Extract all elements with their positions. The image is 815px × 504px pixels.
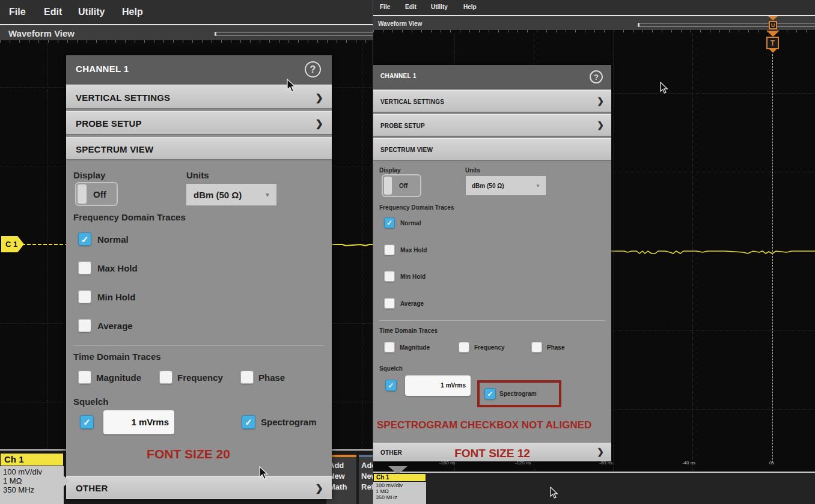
menu-help[interactable]: Help [463,4,477,10]
top-tick-strip [373,30,815,32]
channel-badge-name: Ch 1 [0,453,64,466]
normal-checkbox[interactable]: ✓ [78,232,91,246]
comparison-screenshot: File Edit Utility Help Waveform View C 1… [0,0,815,504]
display-label: Display [379,167,401,174]
squelch-checkbox[interactable]: ✓ [80,415,94,429]
spectrum-view-label: SPECTRUM VIEW [76,144,153,154]
frequency-checkbox[interactable] [459,342,469,353]
time-domain-traces-label: Time Domain Traces [73,351,161,362]
average-checkbox[interactable] [78,319,91,332]
check-icon: ✓ [83,417,91,427]
vertical-settings-row[interactable]: VERTICAL SETTINGS ❯ [373,90,611,113]
average-label: Average [97,321,133,331]
help-icon[interactable]: ? [590,70,603,83]
magnitude-checkbox[interactable] [78,371,91,384]
menu-utility[interactable]: Utility [78,7,105,17]
help-icon[interactable]: ? [305,61,321,77]
units-dropdown[interactable]: dBm (50 Ω) ▼ [465,175,546,196]
max-hold-checkbox[interactable] [384,244,395,255]
right-screenshot: File Edit Utility Help Waveform View U T [373,0,815,504]
channel1-waveform [608,244,815,258]
display-toggle[interactable]: Off [75,182,118,206]
channel-badge-name: Ch 1 [373,473,426,482]
phase-label: Phase [547,344,564,351]
zoom-ruler[interactable] [215,32,376,36]
other-row[interactable]: OTHER ❯ FONT SIZE 12 [373,443,611,461]
magnitude-label: Magnitude [96,372,141,383]
menu-file[interactable]: File [9,7,26,17]
check-icon: ✓ [386,219,392,226]
min-hold-label: Min Hold [400,273,426,280]
squelch-checkbox[interactable]: ✓ [385,380,397,391]
phase-checkbox[interactable] [240,371,254,384]
spectrogram-checkbox[interactable]: ✓ [242,415,255,429]
channel-scale: 100 mV/div [376,482,424,488]
menu-edit[interactable]: Edit [405,4,417,10]
section-divider [73,345,325,346]
chevron-right-icon: ❯ [597,120,604,130]
toggle-knob [78,184,87,204]
menu-file[interactable]: File [380,4,390,10]
units-label: Units [465,167,480,174]
channel-badge-details: 100 mV/div 1 MΩ 350 MHz [373,482,426,504]
trigger-arrow-icon[interactable] [768,16,778,20]
normal-checkbox[interactable]: ✓ [384,217,395,228]
spectrum-view-row[interactable]: SPECTRUM VIEW [66,137,332,160]
channel-badge-details: 100 mV/div 1 MΩ 350 MHz [0,466,64,504]
display-toggle[interactable]: Off [382,174,421,197]
panel-title: CHANNEL 1 [380,73,417,79]
channel1-badge[interactable]: Ch 1 100 mV/div 1 MΩ 350 MHz [0,453,64,504]
max-hold-label: Max Hold [97,263,138,273]
waveform-view-title: Waveform View [8,28,75,38]
spectrum-view-row[interactable]: SPECTRUM VIEW [373,138,611,161]
magnitude-checkbox[interactable] [384,342,395,353]
bottom-bar [373,472,815,504]
trigger-marker-point [769,49,777,53]
max-hold-label: Max Hold [400,247,427,254]
squelch-label: Squelch [73,396,108,407]
trigger-u-marker[interactable]: U [769,21,777,29]
channel-impedance: 1 MΩ [3,476,61,485]
zoom-ruler[interactable] [638,23,815,27]
probe-setup-row[interactable]: PROBE SETUP ❯ [373,114,611,137]
menu-edit[interactable]: Edit [44,7,62,17]
phase-label: Phase [258,372,285,383]
channel1-badge[interactable]: Ch 1 100 mV/div 1 MΩ 350 MHz [373,473,426,504]
max-hold-checkbox[interactable] [78,261,91,275]
font-size-annotation: FONT SIZE 20 [145,447,232,461]
chevron-right-icon: ❯ [597,447,604,457]
spectrum-view-body: Display Off Units dBm (50 Ω) ▼ Frequency… [373,161,611,443]
spectrum-view-body: Display Off Units dBm (50 Ω) ▼ Frequency… [66,160,332,476]
probe-setup-row[interactable]: PROBE SETUP ❯ [66,111,332,135]
squelch-value-input[interactable]: 1 mVrms [103,410,174,434]
squelch-value-input[interactable]: 1 mVrms [405,375,471,396]
chevron-right-icon: ❯ [316,92,323,103]
trigger-t-marker[interactable]: T [766,37,779,49]
toggle-knob [384,177,392,195]
other-row[interactable]: OTHER ❯ [66,476,332,499]
squelch-label: Squelch [379,365,403,372]
units-dropdown[interactable]: dBm (50 Ω) ▼ [186,183,277,206]
other-label: OTHER [76,483,108,493]
vertical-settings-label: VERTICAL SETTINGS [380,99,444,105]
check-icon: ✓ [245,417,252,427]
min-hold-checkbox[interactable] [384,271,395,282]
spectrogram-checkbox[interactable]: ✓ [484,388,496,399]
time-domain-traces-label: Time Domain Traces [379,327,438,334]
average-label: Average [400,300,424,307]
average-checkbox[interactable] [384,298,395,309]
units-value: dBm (50 Ω) [472,183,504,189]
phase-checkbox[interactable] [531,342,542,353]
panel-title: CHANNEL 1 [76,64,129,74]
min-hold-checkbox[interactable] [78,290,91,303]
units-label: Units [186,170,209,180]
magnitude-label: Magnitude [400,344,430,351]
menu-utility[interactable]: Utility [431,4,448,10]
channel1-marker-label: C 1 [5,240,17,249]
frequency-checkbox[interactable] [159,371,172,384]
menu-help[interactable]: Help [122,7,143,17]
normal-label: Normal [97,234,129,244]
caret-down-icon: ▼ [264,192,270,198]
trigger-arrow-icon[interactable] [766,31,780,37]
top-tick-strip [0,40,377,43]
